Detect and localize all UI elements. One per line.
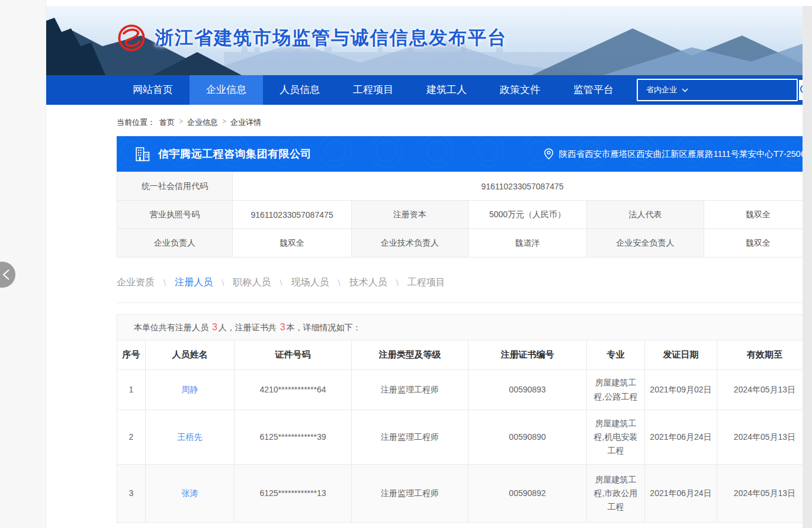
cell-issue-date: 2021年06月24日: [645, 410, 717, 465]
detail-tabs: 企业资质 \ 注册人员 \ 职称人员 \ 现场人员 \ 技术人员 \ 工程项目: [117, 276, 812, 303]
search-input[interactable]: [694, 80, 799, 100]
credit-code-label: 统一社会信用代码: [117, 172, 233, 201]
cell-id: 6125************13: [235, 465, 352, 523]
table-row: 3 张涛 6125************13 注册监理工程师 00590892…: [117, 465, 812, 523]
summary-text: 本，详细情况如下：: [287, 323, 361, 332]
cell-issue-date: 2021年06月24日: [645, 465, 717, 523]
breadcrumb-separator: >: [222, 117, 226, 125]
cell-valid-until: 2024年05月13日: [717, 370, 812, 410]
cell-reg-type: 注册监理工程师: [352, 410, 468, 465]
breadcrumb-home[interactable]: 首页: [159, 117, 175, 128]
leader-value: 魏双全: [233, 229, 352, 257]
cell-cert-no: 00590892: [468, 465, 587, 523]
tab-site-personnel[interactable]: 现场人员: [291, 276, 329, 289]
header-no: 序号: [117, 340, 146, 370]
nav-item-projects[interactable]: 工程项目: [336, 75, 410, 105]
nav-item-enterprise[interactable]: 企业信息: [190, 75, 263, 105]
legal-rep-label: 法人代表: [587, 201, 704, 229]
tab-title-personnel[interactable]: 职称人员: [233, 276, 271, 289]
tab-qualifications[interactable]: 企业资质: [117, 276, 155, 289]
scrollbar-track[interactable]: [803, 6, 812, 528]
site-logo-icon: [116, 22, 147, 53]
search-box: 省内企业: [637, 79, 798, 101]
capital-label: 注册资本: [352, 201, 468, 229]
personnel-summary: 本单位共有注册人员 3人，注册证书共 3本，详细情况如下：: [117, 314, 812, 340]
safety-leader-label: 企业安全负责人: [587, 229, 704, 257]
tab-separator: \: [338, 278, 341, 288]
chevron-left-icon: [1, 268, 12, 281]
chevron-down-icon: [682, 88, 688, 92]
tab-registered-personnel[interactable]: 注册人员: [175, 276, 213, 289]
tab-projects[interactable]: 工程项目: [407, 276, 445, 289]
cell-cert-no: 00590890: [468, 410, 587, 465]
nav-item-workers[interactable]: 建筑工人: [410, 75, 483, 105]
cell-valid-until: 2024年05月13日: [717, 465, 812, 523]
personnel-count: 3: [211, 322, 219, 332]
header-issue-date: 发证日期: [645, 340, 717, 370]
header-name: 人员姓名: [146, 340, 235, 370]
tech-leader-value: 魏道洋: [468, 229, 587, 257]
header-valid-until: 有效期至: [717, 340, 812, 370]
header-major: 专业: [587, 340, 645, 370]
page: 浙江省建筑市场监管与诚信信息发布平台 网站首页 企业信息 人员信息 工程项目 建…: [46, 0, 803, 523]
breadcrumb-detail: 企业详情: [230, 117, 261, 128]
summary-text: 本单位共有注册人员: [134, 323, 211, 332]
nav-item-policy[interactable]: 政策文件: [483, 75, 557, 105]
search-category-label: 省内企业: [646, 85, 677, 95]
building-icon: [134, 146, 150, 162]
tab-separator: \: [280, 278, 282, 288]
site-brand: 浙江省建筑市场监管与诚信信息发布平台: [116, 22, 507, 53]
tech-leader-label: 企业技术负责人: [352, 229, 468, 257]
company-name: 信宇腾远工程咨询集团有限公司: [158, 147, 312, 161]
location-pin-icon: [544, 148, 554, 160]
safety-leader-value: 魏双全: [704, 229, 812, 257]
person-name-link[interactable]: 王梧先: [178, 432, 203, 442]
nav-item-personnel[interactable]: 人员信息: [263, 75, 336, 105]
cell-issue-date: 2021年09月02日: [645, 370, 717, 410]
breadcrumb-enterprise[interactable]: 企业信息: [187, 117, 218, 128]
nav-item-home[interactable]: 网站首页: [116, 75, 190, 105]
header-id: 证件号码: [235, 340, 352, 370]
table-row: 1 周静 4210************64 注册监理工程师 00590893…: [117, 370, 812, 410]
license-label: 营业执照号码: [117, 201, 233, 229]
cell-id: 4210************64: [235, 370, 352, 410]
browser-viewport: 浙江省建筑市场监管与诚信信息发布平台 网站首页 企业信息 人员信息 工程项目 建…: [0, 0, 812, 528]
top-margin: [46, 0, 803, 6]
cell-reg-type: 注册监理工程师: [352, 465, 468, 523]
cell-major: 房屋建筑工程,公路工程: [587, 370, 645, 410]
cell-id: 6125************39: [235, 410, 352, 465]
breadcrumb-separator: >: [179, 117, 183, 125]
cell-no: 3: [117, 465, 146, 523]
cell-no: 2: [117, 410, 146, 465]
person-name-link[interactable]: 周静: [182, 385, 198, 394]
company-header-bar: 信宇腾远工程咨询集团有限公司 陕西省西安市雁塔区西安曲江新区雁展路1111号莱安…: [117, 136, 812, 172]
license-value: 916110233057087475: [233, 201, 352, 229]
header-reg-type: 注册类型及等级: [352, 340, 468, 370]
nav-item-supervision[interactable]: 监管平台: [557, 75, 630, 105]
capital-value: 5000万元（人民币）: [468, 201, 587, 229]
info-row-leaders: 企业负责人 魏双全 企业技术负责人 魏道洋 企业安全负责人 魏双全: [117, 229, 812, 257]
cell-valid-until: 2024年05月13日: [717, 410, 812, 465]
cell-cert-no: 00590893: [468, 370, 587, 410]
registered-personnel-table: 序号 人员姓名 证件号码 注册类型及等级 注册证书编号 专业 发证日期 有效期至…: [117, 340, 812, 523]
leader-label: 企业负责人: [117, 229, 233, 257]
info-row-license: 营业执照号码 916110233057087475 注册资本 5000万元（人民…: [117, 201, 812, 229]
company-info-table: 统一社会信用代码 916110233057087475 营业执照号码 91611…: [117, 172, 812, 257]
info-row-credit: 统一社会信用代码 916110233057087475: [117, 172, 812, 201]
credit-code-value: 916110233057087475: [233, 172, 812, 201]
cell-reg-type: 注册监理工程师: [352, 370, 468, 410]
certificate-count: 3: [279, 322, 287, 332]
tab-separator: \: [222, 278, 224, 288]
cell-major: 房屋建筑工程,市政公用工程: [587, 465, 645, 523]
search-category-dropdown[interactable]: 省内企业: [638, 85, 694, 95]
cell-no: 1: [117, 370, 146, 410]
tab-separator: \: [163, 278, 166, 288]
company-address-text: 陕西省西安市雁塔区西安曲江新区雁展路1111号莱安中心T7-2506: [559, 149, 805, 160]
tab-technical-personnel[interactable]: 技术人员: [349, 276, 387, 289]
person-name-link[interactable]: 张涛: [182, 488, 198, 498]
table-header-row: 序号 人员姓名 证件号码 注册类型及等级 注册证书编号 专业 发证日期 有效期至: [117, 340, 812, 370]
table-row: 2 王梧先 6125************39 注册监理工程师 0059089…: [117, 410, 812, 465]
main-nav: 网站首页 企业信息 人员信息 工程项目 建筑工人 政策文件 监管平台 省内企业: [46, 75, 803, 105]
site-banner: 浙江省建筑市场监管与诚信信息发布平台: [46, 6, 803, 75]
tab-separator: \: [396, 278, 399, 288]
